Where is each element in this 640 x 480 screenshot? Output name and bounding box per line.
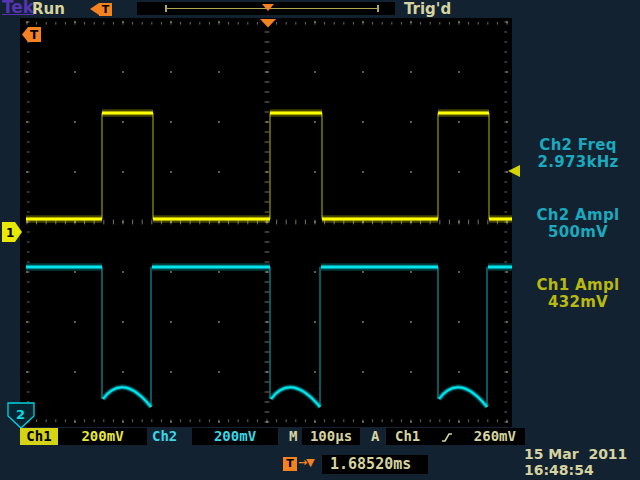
horizontal-position-bar: [137, 2, 395, 15]
measurement-ch2-freq: Ch2 Freq 2.973kHz: [516, 137, 640, 171]
trigger-badge: A: [371, 428, 379, 445]
measurement-value: 500mV: [516, 224, 640, 241]
trigger-source: Ch1: [395, 428, 420, 445]
ch2-badge: Ch2: [152, 428, 177, 445]
measurement-label: Ch2 Ampl: [516, 207, 640, 224]
window-position-icon: [262, 4, 274, 11]
acquisition-status: Run: [32, 0, 65, 18]
datetime: 15 Mar 201116:48:54: [524, 446, 627, 478]
trigger-level: 260mV: [474, 428, 516, 445]
measurement-label: Ch2 Freq: [516, 137, 640, 154]
trigger-readout: Ch1 260mV: [386, 428, 525, 445]
horiz-delay-value: 1.68520ms: [322, 455, 428, 474]
trigger-status: Trig'd: [404, 0, 451, 18]
ch1-badge: Ch1: [20, 428, 58, 445]
oscilloscope-screen: T 1 2 Tek Run T Trig'd Ch2 Freq 2.973kHz…: [0, 0, 640, 480]
trigger-left-arrow-icon: [90, 3, 99, 15]
trigger-t-icon: T: [99, 3, 112, 16]
tek-logo: Tek: [2, 0, 34, 17]
timebase-value: 100µs: [302, 428, 360, 445]
timebase-badge: M: [289, 428, 297, 445]
ch1-marker-label: 1: [6, 226, 14, 240]
horiz-delay-arrow-icon: →▼: [298, 456, 314, 469]
measurement-value: 2.973kHz: [516, 154, 640, 171]
date: 15 Mar 2011: [524, 446, 627, 462]
ch2-marker-label: 2: [16, 407, 25, 422]
ch2-scale: 200mV: [192, 428, 278, 445]
measurement-value: 432mV: [516, 294, 640, 311]
measurement-ch2-ampl: Ch2 Ampl 500mV: [516, 207, 640, 241]
measurement-label: Ch1 Ampl: [516, 277, 640, 294]
record-end-bracket: [377, 5, 379, 12]
measurement-ch1-ampl: Ch1 Ampl 432mV: [516, 277, 640, 311]
trigger-flag-label: T: [30, 28, 39, 42]
horiz-delay-t-icon: T: [283, 457, 297, 471]
record-start-bracket: [165, 5, 167, 12]
rising-edge-icon: [441, 431, 453, 443]
ch1-scale: 200mV: [58, 428, 147, 445]
time: 16:48:54: [524, 462, 594, 478]
ch1-ground-marker: 1: [2, 222, 22, 242]
